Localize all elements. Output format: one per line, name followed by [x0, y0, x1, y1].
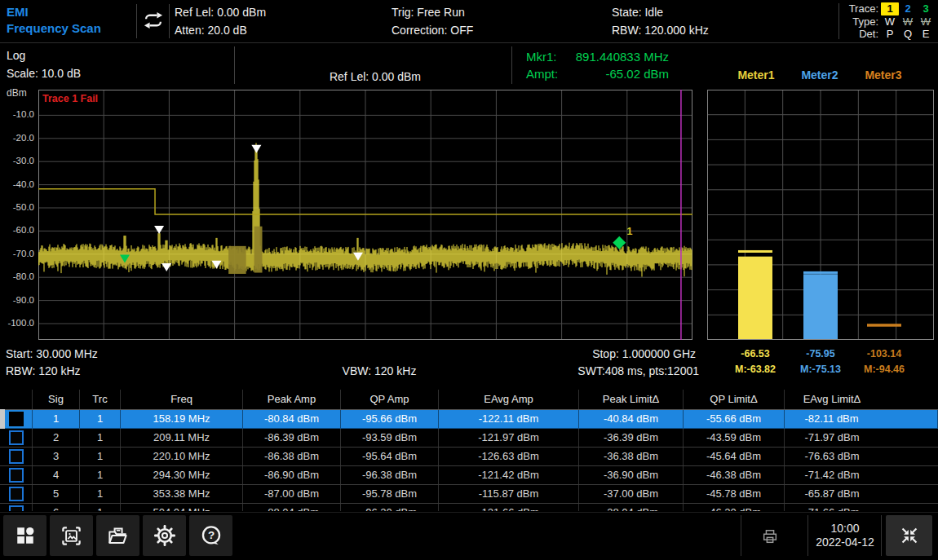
mode-title[interactable]: EMI Frequency Scan [7, 4, 101, 37]
trace-label: Trace: [845, 2, 881, 15]
column-header: Peak Amp [243, 390, 341, 409]
table-cell: -76.63 dBm [785, 448, 938, 465]
table-cell: -86.38 dBm [243, 448, 341, 465]
column-header: EAvg Amp [439, 390, 579, 409]
marker-readout[interactable]: Mkr1: 891.440833 MHz Ampt: -65.02 dBm [526, 48, 669, 82]
row-checkbox[interactable] [9, 430, 24, 445]
table-cell: 1 [80, 448, 121, 465]
table-cell: -115.87 dBm [439, 485, 579, 503]
rbw-readout[interactable]: RBW: 120 kHz [6, 364, 81, 377]
table-cell: -71.42 dBm [785, 466, 938, 484]
table-cell: -95.64 dBm [341, 448, 439, 465]
table-cell: -86.39 dBm [243, 429, 341, 447]
trace-3-type: W [917, 15, 935, 29]
y-tick-label: -70.0 [2, 249, 34, 258]
table-cell: -65.87 dBm [785, 485, 938, 503]
table-cell: 1 [33, 410, 80, 428]
sweep-time[interactable]: SWT:408 ms, pts:12001 [492, 364, 699, 377]
stop-freq[interactable]: Stop: 1.000000 GHz [492, 347, 696, 360]
table-row[interactable]: 61504.04 MHz-88.04 dBm-96.20 dBm-121.66 … [0, 504, 938, 511]
settings-button[interactable] [143, 515, 186, 556]
svg-text:?: ? [207, 529, 214, 541]
meter3-label: Meter3 [851, 68, 916, 82]
header-divider [169, 4, 170, 38]
table-row[interactable]: 41294.30 MHz-86.90 dBm-96.38 dBm-121.42 … [0, 466, 938, 485]
y-tick-label: -10.0 [2, 109, 34, 119]
meter-value: -66.53 [719, 348, 792, 359]
table-cell: 1 [80, 504, 121, 511]
trace-3-indicator[interactable]: 3 [917, 2, 935, 15]
state: State: Idle [612, 3, 709, 21]
scale-readout[interactable]: Log Scale: 10.0 dB [7, 46, 81, 82]
y-tick-label: -50.0 [2, 202, 34, 212]
printer-icon [761, 527, 779, 545]
signal-table[interactable]: SigTrcFreqPeak AmpQP AmpEAvg AmpPeak Lim… [0, 390, 938, 511]
ref-atten-readout[interactable]: Ref Lel: 0.00 dBm Atten: 20.0 dB [175, 3, 266, 39]
row-checkbox[interactable] [9, 505, 24, 511]
file-icon [107, 525, 129, 547]
table-cell: 6 [33, 504, 80, 511]
column-header: Peak LimitΔ [579, 390, 684, 409]
vbw-readout[interactable]: VBW: 120 kHz [314, 364, 445, 377]
table-cell: -45.64 dBm [684, 448, 785, 465]
table-cell: -40.84 dBm [579, 410, 684, 428]
row-checkbox[interactable] [9, 449, 24, 464]
subheader-divider [511, 46, 512, 84]
trace-2-indicator[interactable]: 2 [899, 2, 917, 15]
table-row[interactable]: 31220.10 MHz-86.38 dBm-95.64 dBm-126.63 … [0, 448, 938, 466]
table-row[interactable]: 51353.38 MHz-87.00 dBm-95.78 dBm-115.87 … [0, 485, 938, 504]
start-freq[interactable]: Start: 30.000 MHz [6, 347, 98, 360]
meter1-label: Meter1 [723, 68, 789, 82]
screenshot-button[interactable] [50, 515, 93, 556]
dashboard-icon [15, 525, 36, 546]
rbw: RBW: 120.000 kHz [612, 21, 709, 39]
column-header: QP LimitΔ [684, 390, 785, 409]
table-cell: -46.20 dBm [684, 504, 785, 511]
clock-date: 2022-04-12 [809, 536, 881, 549]
trace-2-type: W [899, 15, 917, 29]
table-cell: -96.20 dBm [341, 504, 439, 511]
sweep-loop-icon[interactable] [140, 9, 166, 35]
trace-fail-badge: Trace 1 Fail [42, 93, 98, 104]
table-cell: -121.97 dBm [439, 429, 579, 447]
table-cell: -122.11 dBm [439, 410, 579, 428]
table-scrollbar-thumb[interactable] [0, 409, 5, 429]
printer-status [761, 527, 779, 549]
signal-marker [161, 263, 171, 271]
file-button[interactable] [96, 515, 139, 556]
table-cell: 4 [33, 466, 80, 484]
correction: Correction: OFF [392, 21, 473, 39]
trig-correction-readout[interactable]: Trig: Free Run Correction: OFF [392, 3, 473, 39]
table-cell: -95.66 dBm [341, 410, 439, 428]
table-cell: -96.38 dBm [341, 466, 439, 484]
help-button[interactable]: ? [189, 515, 232, 556]
row-checkbox[interactable] [9, 487, 24, 501]
trace-legend[interactable]: Trace: 123 Type: WWW Det: PQE [845, 2, 935, 41]
table-row[interactable]: 21209.11 MHz-86.39 dBm-93.59 dBm-121.97 … [0, 429, 938, 448]
toolbar-divider [881, 515, 882, 556]
table-cell: 1 [80, 485, 121, 503]
table-cell: 504.04 MHz [121, 504, 243, 511]
table-cell: -36.38 dBm [579, 448, 684, 465]
table-cell: -37.00 dBm [579, 485, 684, 503]
y-tick-label: -20.0 [2, 133, 34, 143]
spectrum-plot[interactable]: 1 [38, 90, 692, 340]
collapse-button[interactable] [886, 515, 932, 556]
table-cell: -36.90 dBm [579, 466, 684, 484]
row-checkbox[interactable] [9, 468, 24, 483]
clock[interactable]: 10:00 2022-04-12 [809, 522, 881, 549]
home-button[interactable] [3, 515, 46, 556]
table-cell: -121.42 dBm [439, 466, 579, 484]
state-rbw-readout[interactable]: State: Idle RBW: 120.000 kHz [612, 3, 709, 39]
ref-level-center: Ref Lel: 0.00 dBm [245, 68, 506, 86]
table-cell: -36.39 dBm [579, 429, 684, 447]
trace-3-detector: E [917, 28, 935, 41]
meter-max-value: M:-63.82 [719, 364, 792, 375]
row-checkbox[interactable] [9, 412, 24, 426]
mkr1-label: Mkr1: [526, 48, 557, 65]
table-cell: -43.59 dBm [684, 429, 785, 447]
table-cell: 294.30 MHz [121, 466, 243, 484]
trace-1-indicator[interactable]: 1 [881, 2, 899, 15]
det-label: Det: [845, 28, 881, 41]
table-row[interactable]: 11158.19 MHz-80.84 dBm-95.66 dBm-122.11 … [0, 410, 938, 429]
